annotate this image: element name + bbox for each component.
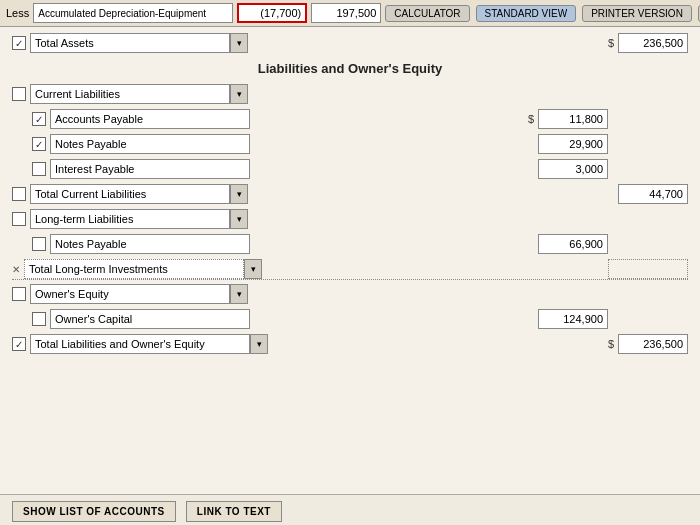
top-bar: Less Accumulated Depreciation-Equipment … (0, 0, 700, 27)
total-current-liabilities-input[interactable]: Total Current Liabilities (30, 184, 230, 204)
total-liabilities-equity-input[interactable]: Total Liabilities and Owner's Equity (30, 334, 250, 354)
owners-capital-checkbox[interactable] (32, 312, 46, 326)
less-label: Less (6, 7, 29, 19)
notes-payable-current-input[interactable]: Notes Payable (50, 134, 250, 154)
total-current-liabilities-amount[interactable]: 44,700 (618, 184, 688, 204)
total-assets-dollar: $ (608, 37, 614, 49)
current-liabilities-input[interactable]: Current Liabilities (30, 84, 230, 104)
interest-payable-amount[interactable]: 3,000 (538, 159, 608, 179)
total-longterm-dropdown[interactable]: ▾ (244, 259, 262, 279)
notes-payable-current-checkbox[interactable] (32, 137, 46, 151)
link-to-text-button[interactable]: LINK TO TEXT (186, 501, 282, 522)
total-longterm-row: ✕ Total Long-term Investments ▾ (12, 259, 688, 280)
accounts-payable-amount[interactable]: 11,800 (538, 109, 608, 129)
total-longterm-input[interactable]: Total Long-term Investments (24, 259, 244, 279)
total-liabilities-equity-row: Total Liabilities and Owner's Equity ▾ $… (12, 334, 688, 354)
printer-version-button[interactable]: PRINTER VERSION (582, 5, 692, 22)
interest-payable-row: Interest Payable 3,000 (32, 159, 688, 179)
longterm-liabilities-dropdown[interactable]: ▾ (230, 209, 248, 229)
longterm-liabilities-checkbox[interactable] (12, 212, 26, 226)
owners-capital-input[interactable]: Owner's Capital (50, 309, 250, 329)
total-longterm-x: ✕ (12, 264, 20, 275)
accounts-payable-checkbox[interactable] (32, 112, 46, 126)
accounts-payable-dollar: $ (528, 113, 534, 125)
total-assets-amount[interactable]: 236,500 (618, 33, 688, 53)
notes-payable-longterm-input[interactable]: Notes Payable (50, 234, 250, 254)
total-assets-input[interactable]: Total Assets (30, 33, 230, 53)
longterm-liabilities-row: Long-term Liabilities ▾ (12, 209, 688, 229)
show-list-button[interactable]: SHOW LIST OF ACCOUNTS (12, 501, 176, 522)
total-current-liabilities-row: Total Current Liabilities ▾ 44,700 (12, 184, 688, 204)
notes-payable-current-amount[interactable]: 29,900 (538, 134, 608, 154)
total-liabilities-equity-dropdown[interactable]: ▾ (250, 334, 268, 354)
owners-equity-row: Owner's Equity ▾ (12, 284, 688, 304)
current-liabilities-dropdown[interactable]: ▾ (230, 84, 248, 104)
total-liabilities-equity-dollar: $ (608, 338, 614, 350)
notes-payable-longterm-amount[interactable]: 66,900 (538, 234, 608, 254)
neg-amount-field[interactable]: (17,700) (237, 3, 307, 23)
owners-equity-dropdown[interactable]: ▾ (230, 284, 248, 304)
total-current-liabilities-dropdown[interactable]: ▾ (230, 184, 248, 204)
total-assets-row: Total Assets ▾ $ 236,500 (12, 33, 688, 53)
bottom-buttons-bar: SHOW LIST OF ACCOUNTS LINK TO TEXT (0, 494, 700, 525)
owners-equity-input[interactable]: Owner's Equity (30, 284, 230, 304)
notes-payable-current-row: Notes Payable 29,900 (32, 134, 688, 154)
interest-payable-checkbox[interactable] (32, 162, 46, 176)
calculator-button[interactable]: CALCULATOR (385, 5, 469, 22)
owners-capital-amount[interactable]: 124,900 (538, 309, 608, 329)
standard-view-button[interactable]: STANDARD VIEW (476, 5, 577, 22)
accounts-payable-row: Accounts Payable $ 11,800 (32, 109, 688, 129)
notes-payable-longterm-checkbox[interactable] (32, 237, 46, 251)
owners-capital-row: Owner's Capital 124,900 (32, 309, 688, 329)
total-current-liabilities-checkbox[interactable] (12, 187, 26, 201)
current-liabilities-checkbox[interactable] (12, 87, 26, 101)
liabilities-equity-header: Liabilities and Owner's Equity (12, 61, 688, 76)
total-liabilities-equity-amount[interactable]: 236,500 (618, 334, 688, 354)
pos-amount-field[interactable]: 197,500 (311, 3, 381, 23)
accounts-payable-input[interactable]: Accounts Payable (50, 109, 250, 129)
interest-payable-input[interactable]: Interest Payable (50, 159, 250, 179)
total-longterm-amount-box (608, 259, 688, 279)
total-liabilities-equity-checkbox[interactable] (12, 337, 26, 351)
total-assets-checkbox[interactable] (12, 36, 26, 50)
total-assets-dropdown[interactable]: ▾ (230, 33, 248, 53)
accumulated-depreciation-field[interactable]: Accumulated Depreciation-Equipment (33, 3, 233, 23)
main-content: Total Assets ▾ $ 236,500 Liabilities and… (0, 27, 700, 494)
longterm-liabilities-input[interactable]: Long-term Liabilities (30, 209, 230, 229)
owners-equity-checkbox[interactable] (12, 287, 26, 301)
notes-payable-longterm-row: Notes Payable 66,900 (32, 234, 688, 254)
current-liabilities-row: Current Liabilities ▾ (12, 84, 688, 104)
